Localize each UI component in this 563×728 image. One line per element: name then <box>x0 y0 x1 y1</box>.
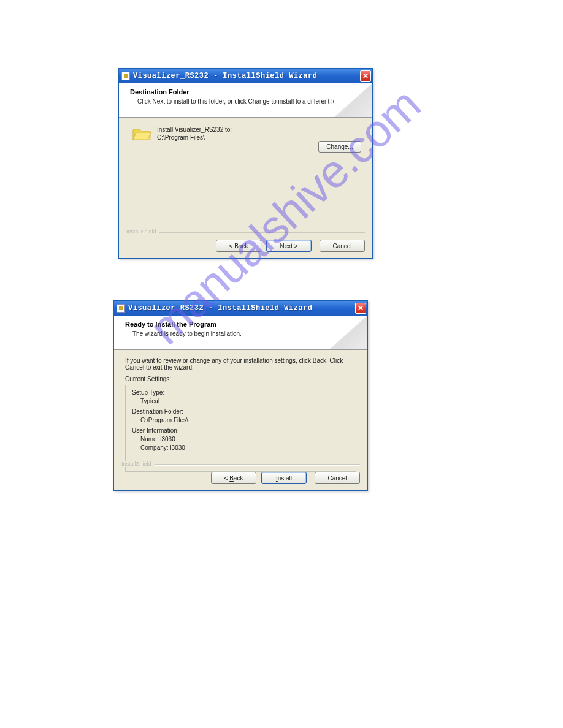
dest-folder-label: Destination Folder: <box>132 408 350 415</box>
cancel-button[interactable]: Cancel <box>320 240 365 252</box>
brand-label: InstallShield <box>126 229 159 235</box>
back-button[interactable]: < Back <box>216 240 261 252</box>
titlebar[interactable]: Visualizer_RS232 - InstallShield Wizard … <box>114 301 367 316</box>
cancel-button[interactable]: Cancel <box>315 472 360 484</box>
setup-type-value: Typical <box>140 398 350 404</box>
back-button[interactable]: < Back <box>211 472 256 484</box>
change-button[interactable]: Change... <box>318 141 361 153</box>
install-path-text: Install Visualizer_RS232 to: C:\Program … <box>157 126 364 141</box>
footer-separator <box>121 464 360 465</box>
dialog-destination-folder: Visualizer_RS232 - InstallShield Wizard … <box>118 68 373 259</box>
folder-row: Install Visualizer_RS232 to: C:\Program … <box>132 126 364 141</box>
current-settings-label: Current Settings: <box>125 376 356 382</box>
dialog-body: Install Visualizer_RS232 to: C:\Program … <box>119 118 372 156</box>
header-subtitle: The wizard is ready to begin installatio… <box>132 330 359 337</box>
titlebar[interactable]: Visualizer_RS232 - InstallShield Wizard … <box>119 69 372 83</box>
dialog-header: Ready to Install the Program The wizard … <box>114 316 367 350</box>
header-title: Destination Folder <box>130 88 364 96</box>
paper-curl-icon <box>334 83 372 117</box>
user-info-label: User Information: <box>132 427 350 434</box>
install-path-line1: Install Visualizer_RS232 to: <box>157 126 364 133</box>
close-button[interactable]: ✕ <box>360 70 371 82</box>
setup-type-label: Setup Type: <box>132 389 350 396</box>
next-button[interactable]: Next > <box>266 240 312 252</box>
user-company-value: Company: i3030 <box>140 444 350 451</box>
dialog-title: Visualizer_RS232 - InstallShield Wizard <box>133 72 360 80</box>
install-button[interactable]: Install <box>261 472 307 484</box>
dest-folder-value: C:\Program Files\ <box>140 417 350 423</box>
header-subtitle: Click Next to install to this folder, or… <box>137 98 364 105</box>
close-icon: ✕ <box>358 305 364 312</box>
button-row: < Back Install Cancel <box>121 472 360 484</box>
close-button[interactable]: ✕ <box>355 303 366 314</box>
install-path-line2: C:\Program Files\ <box>157 134 364 141</box>
installer-icon <box>117 304 125 313</box>
close-icon: ✕ <box>362 72 369 80</box>
page-top-rule <box>91 40 467 40</box>
button-row: < Back Next > Cancel <box>126 240 365 252</box>
brand-label: InstallShield <box>121 461 155 467</box>
dialog-title: Visualizer_RS232 - InstallShield Wizard <box>128 304 355 313</box>
dialog-footer: InstallShield < Back Install Cancel <box>114 455 367 490</box>
header-title: Ready to Install the Program <box>125 320 359 328</box>
folder-icon <box>132 126 151 141</box>
dialog-header: Destination Folder Click Next to install… <box>119 83 372 118</box>
footer-separator <box>126 232 365 233</box>
dialog-ready-to-install: Visualizer_RS232 - InstallShield Wizard … <box>113 300 368 491</box>
user-name-value: Name: i3030 <box>140 436 350 442</box>
paper-curl-icon <box>329 316 367 349</box>
dialog-footer: InstallShield < Back Next > Cancel <box>119 222 372 258</box>
installer-icon <box>121 72 130 80</box>
review-text: If you want to review or change any of y… <box>125 357 356 371</box>
